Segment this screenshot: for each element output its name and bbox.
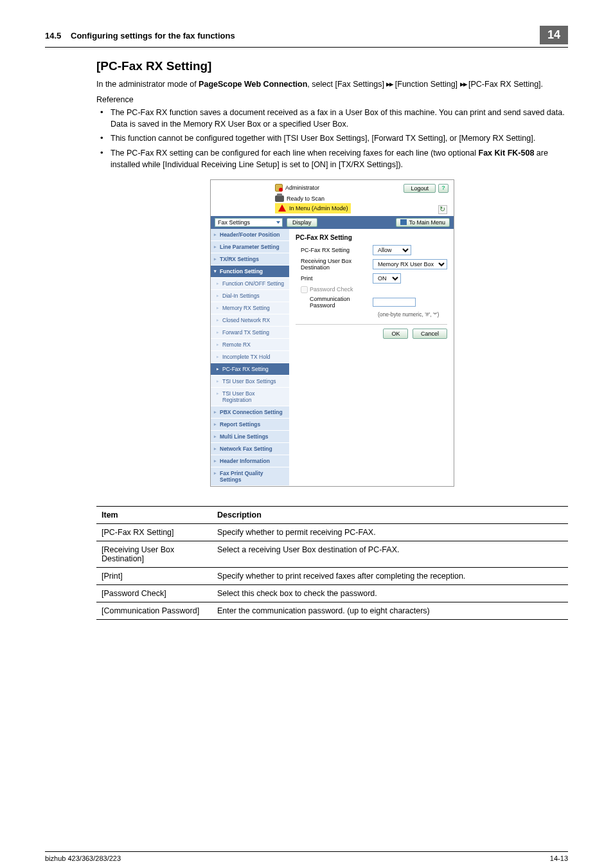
list-item: The PC-Fax RX function saves a document …	[96, 107, 568, 130]
menu-icon	[400, 219, 407, 225]
table-cell-item: [Receiving User Box Destination]	[96, 541, 212, 567]
sidebar-subitem-active[interactable]: PC-Fax RX Setting	[211, 363, 289, 375]
category-select[interactable]: Fax Settings	[215, 218, 283, 227]
intro-text: In the administrator mode of	[96, 80, 199, 89]
password-checkbox[interactable]	[301, 286, 308, 293]
refresh-button[interactable]	[438, 205, 447, 214]
reference-label: Reference	[96, 95, 568, 104]
sidebar-item[interactable]: Header/Footer Position	[211, 229, 289, 241]
intro-text: [Function Setting]	[393, 80, 459, 89]
sidebar-subitem[interactable]: TSI User Box Settings	[211, 375, 289, 388]
table-row: [PC-Fax RX Setting] Specify whether to p…	[96, 523, 568, 541]
table-row: [Password Check] Select this check box t…	[96, 584, 568, 602]
print-select[interactable]: ON	[373, 273, 401, 284]
logout-button[interactable]: Logout	[404, 184, 436, 193]
table-row: [Receiving User Box Destination] Select …	[96, 541, 568, 567]
table-header-desc: Description	[212, 506, 568, 523]
sidebar-item[interactable]: Line Parameter Setting	[211, 241, 289, 253]
status-row: Ready to Scan	[275, 195, 449, 202]
table-row: [Communication Password] Enter the commu…	[96, 602, 568, 619]
mode-text: In Menu (Admin Mode)	[289, 205, 348, 212]
field-label: PC-Fax RX Setting	[296, 247, 373, 253]
pcfax-rx-select[interactable]: Allow	[373, 245, 411, 255]
checkbox-label: Password Check	[310, 286, 353, 293]
nav-bar: Fax Settings Display To Main Menu	[211, 216, 454, 229]
sidebar-subitem[interactable]: Closed Network RX	[211, 314, 289, 327]
table-cell-desc: Specify whether to permit receiving PC-F…	[212, 523, 568, 541]
sidebar-item[interactable]: Fax Print Quality Settings	[211, 467, 289, 486]
warning-icon	[278, 204, 287, 212]
intro-text: [PC-Fax RX Setting].	[466, 80, 543, 89]
arrow-icon: ▸▸	[460, 80, 466, 89]
sidebar-subitem[interactable]: Function ON/OFF Setting	[211, 278, 289, 290]
display-button[interactable]: Display	[287, 218, 317, 227]
page-footer: bizhub 423/363/283/223 14-13	[45, 851, 568, 862]
field-label: Print	[296, 275, 373, 282]
sidebar-item[interactable]: Multi Line Settings	[211, 431, 289, 443]
reference-list: The PC-Fax RX function saves a document …	[96, 107, 568, 170]
sidebar-item[interactable]: PBX Connection Setting	[211, 406, 289, 419]
communication-password-input[interactable]	[373, 298, 416, 307]
mode-row: In Menu (Admin Mode)	[275, 203, 351, 213]
table-cell-desc: Select this check box to check the passw…	[212, 584, 568, 602]
intro-paragraph: In the administrator mode of PageScope W…	[96, 78, 568, 90]
status-text: Ready to Scan	[287, 195, 324, 202]
sidebar-subitem[interactable]: Incomplete TX Hold	[211, 351, 289, 363]
table-row: [Print] Specify whether to print receive…	[96, 567, 568, 584]
field-label: Communication Password	[296, 296, 373, 309]
field-note: (one-byte numeric, '#', '*')	[296, 311, 447, 318]
password-check-row: Password Check	[296, 286, 447, 293]
table-cell-item: [Communication Password]	[96, 602, 212, 619]
table-cell-item: [Password Check]	[96, 584, 212, 602]
table-cell-desc: Select a receiving User Box destination …	[212, 541, 568, 567]
sidebar-item-expanded[interactable]: Function Setting	[211, 266, 289, 278]
sidebar-item[interactable]: Network Fax Setting	[211, 443, 289, 455]
main-panel: PC-Fax RX Setting PC-Fax RX Setting Allo…	[289, 229, 454, 486]
sidebar-item[interactable]: Header Information	[211, 455, 289, 467]
intro-bold: PageScope Web Connection	[199, 80, 307, 89]
list-item: The PC-Fax RX setting can be configured …	[96, 147, 568, 170]
sidebar: Header/Footer Position Line Parameter Se…	[211, 229, 289, 486]
arrow-icon: ▸▸	[386, 80, 393, 89]
table-header-item: Item	[96, 506, 212, 523]
intro-text: , select [Fax Settings]	[307, 80, 386, 89]
sidebar-subitem[interactable]: TSI User Box Registration	[211, 388, 289, 406]
footer-left: bizhub 423/363/283/223	[45, 854, 121, 862]
destination-select[interactable]: Memory RX User Box	[373, 259, 447, 269]
list-text: The PC-Fax RX setting can be configured …	[111, 149, 479, 158]
sidebar-subitem[interactable]: Forward TX Setting	[211, 327, 289, 339]
ok-button[interactable]: OK	[383, 329, 408, 339]
sidebar-item[interactable]: Report Settings	[211, 419, 289, 431]
admin-icon	[275, 184, 283, 192]
chapter-chip: 14	[540, 26, 568, 44]
cancel-button[interactable]: Cancel	[413, 329, 447, 339]
sidebar-subitem[interactable]: Dial-In Settings	[211, 290, 289, 302]
sidebar-subitem[interactable]: Memory RX Setting	[211, 302, 289, 314]
table-cell-desc: Specify whether to print received faxes …	[212, 567, 568, 584]
table-cell-item: [PC-Fax RX Setting]	[96, 523, 212, 541]
admin-label: Administrator	[285, 185, 319, 191]
list-item: This function cannot be configured toget…	[96, 132, 568, 144]
running-header: 14.5 Configuring settings for the fax fu…	[45, 26, 568, 48]
to-main-label: To Main Menu	[409, 219, 445, 226]
page-title: [PC-Fax RX Setting]	[96, 59, 568, 73]
help-button[interactable]: ?	[438, 184, 449, 193]
section-number: 14.5	[45, 31, 71, 41]
sidebar-item[interactable]: TX/RX Settings	[211, 253, 289, 266]
panel-title: PC-Fax RX Setting	[296, 234, 447, 241]
description-table: Item Description [PC-Fax RX Setting] Spe…	[96, 506, 568, 620]
embedded-screenshot: Administrator Logout ? Ready to Scan In …	[210, 179, 454, 487]
section-title: Configuring settings for the fax functio…	[71, 31, 540, 41]
to-main-menu-button[interactable]: To Main Menu	[396, 218, 450, 227]
table-cell-desc: Enter the communication password. (up to…	[212, 602, 568, 619]
printer-icon	[275, 195, 284, 202]
footer-right: 14-13	[550, 854, 568, 862]
field-label: Receiving User Box Destination	[296, 258, 373, 271]
list-bold: Fax Kit FK-508	[479, 149, 535, 158]
table-cell-item: [Print]	[96, 567, 212, 584]
sidebar-subitem[interactable]: Remote RX	[211, 339, 289, 351]
